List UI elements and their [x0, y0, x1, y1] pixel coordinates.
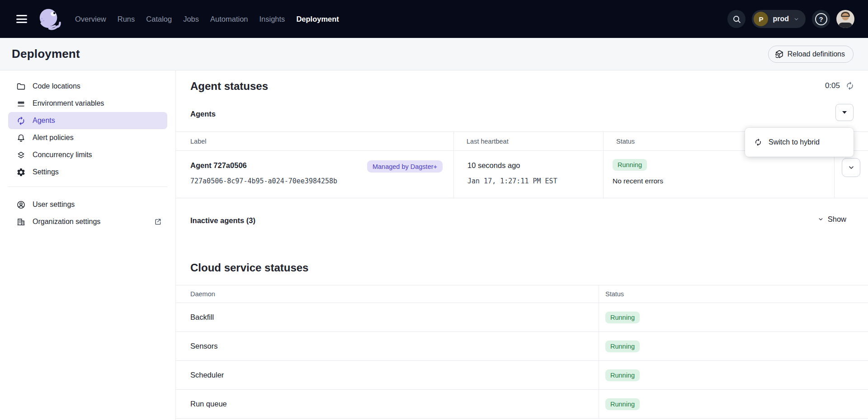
hamburger-menu-icon[interactable] — [16, 15, 27, 23]
daemon-status-cell: Running — [599, 390, 868, 418]
status-detail: No recent errors — [613, 177, 663, 185]
refresh-icon[interactable] — [845, 81, 854, 90]
sidebar-item-organization-settings[interactable]: Organization settings — [8, 213, 167, 230]
agent-status-cell: Running No recent errors — [604, 151, 835, 198]
status-badge: Running — [605, 312, 640, 323]
inactive-agents-heading: Inactive agents (3) — [190, 216, 255, 225]
nav-item-insights[interactable]: Insights — [259, 15, 285, 23]
agent-icon — [16, 116, 26, 126]
cloud-table-header: Daemon Status — [176, 285, 868, 303]
caret-down-icon — [842, 111, 847, 114]
help-button[interactable]: ? — [812, 10, 830, 28]
sidebar-item-label: Environment variables — [33, 99, 104, 107]
chevron-down-icon — [818, 216, 824, 222]
column-header-daemon: Daemon — [176, 285, 599, 303]
nav-item-overview[interactable]: Overview — [75, 15, 106, 23]
heartbeat-relative: 10 seconds ago — [467, 160, 594, 170]
search-button[interactable] — [727, 10, 745, 28]
reload-definitions-label: Reload definitions — [788, 50, 845, 58]
sidebar-primary-list: Code locationsEnvironment variablesAgent… — [0, 78, 175, 181]
sidebar-item-settings[interactable]: Settings — [8, 163, 167, 181]
column-header-status: Status — [599, 285, 868, 303]
agent-name: Agent 727a0506 — [190, 160, 337, 170]
inactive-agents-show-toggle[interactable]: Show — [818, 215, 846, 224]
cloud-service-row-run-queue: Run queueRunning — [176, 390, 868, 419]
sidebar-divider — [8, 187, 167, 187]
cloud-service-row-sensors: SensorsRunning — [176, 332, 868, 361]
sidebar-item-user-settings[interactable]: User settings — [8, 196, 167, 213]
agent-row-expand-button[interactable] — [842, 158, 860, 177]
sidebar-item-label: Code locations — [33, 82, 80, 90]
sidebar-item-agents[interactable]: Agents — [8, 112, 167, 129]
gear-icon — [16, 168, 26, 177]
refresh-countdown: 0:05 — [825, 81, 840, 90]
sidebar-secondary-list: User settingsOrganization settings — [0, 196, 175, 230]
chevron-down-icon — [848, 164, 855, 171]
cloud-service-statuses-title: Cloud service statuses — [190, 260, 308, 275]
chevron-down-icon — [793, 16, 799, 22]
status-badge: Running — [605, 369, 640, 381]
help-icon: ? — [815, 13, 827, 25]
nav-item-catalog[interactable]: Catalog — [146, 15, 172, 23]
deployment-switcher[interactable]: P prod — [752, 10, 806, 28]
agents-options-menu: Switch to hybrid — [745, 128, 854, 157]
status-badge: Running — [605, 398, 640, 410]
page-title: Deployment — [12, 47, 80, 61]
sidebar-item-label: Agents — [33, 117, 55, 125]
daemon-status-cell: Running — [599, 303, 868, 331]
layers-icon — [16, 150, 26, 160]
cloud-service-row-scheduler: SchedulerRunning — [176, 361, 868, 390]
agents-options-dropdown-button[interactable] — [835, 104, 854, 121]
sidebar-item-label: Alert policies — [33, 134, 74, 142]
agent-heartbeat-cell: 10 seconds ago Jan 17, 1:27:11 PM EST — [454, 151, 604, 198]
menu-item-switch-to-hybrid[interactable]: Switch to hybrid — [745, 131, 854, 153]
user-icon — [16, 200, 26, 210]
sidebar-item-concurrency-limits[interactable]: Concurrency limits — [8, 146, 167, 163]
dagster-logo[interactable] — [37, 6, 61, 32]
nav-item-automation[interactable]: Automation — [210, 15, 248, 23]
sidebar-item-environment-variables[interactable]: Environment variables — [8, 95, 167, 112]
nav-item-runs[interactable]: Runs — [118, 15, 135, 23]
agent-id: 727a0506-8c97-4b95-a024-70ee3984258b — [190, 177, 337, 185]
status-badge: Running — [613, 159, 647, 171]
daemon-name: Scheduler — [176, 361, 599, 389]
main-panel: Agent statuses 0:05 Agents Label Last he… — [176, 70, 868, 420]
sidebar-item-label: Concurrency limits — [33, 151, 92, 159]
nav-item-jobs[interactable]: Jobs — [183, 15, 199, 23]
bell-icon — [16, 133, 26, 143]
settings-sidebar: Code locationsEnvironment variablesAgent… — [0, 70, 176, 420]
external-link-icon — [154, 218, 162, 226]
sidebar-item-label: User settings — [33, 201, 75, 209]
agent-icon — [754, 138, 762, 146]
nav-right-cluster: P prod ? — [727, 10, 854, 28]
cloud-table-body: BackfillRunningSensorsRunningSchedulerRu… — [176, 303, 868, 419]
cloud-services-table: Daemon Status BackfillRunningSensorsRunn… — [176, 285, 868, 419]
app-root: OverviewRunsCatalogJobsAutomationInsight… — [0, 0, 868, 420]
content: Code locationsEnvironment variablesAgent… — [0, 70, 868, 420]
variables-icon — [16, 99, 26, 108]
sidebar-item-code-locations[interactable]: Code locations — [8, 78, 167, 95]
agent-label-cell: Agent 727a0506 727a0506-8c97-4b95-a024-7… — [176, 151, 454, 198]
cloud-service-row-backfill: BackfillRunning — [176, 303, 868, 332]
deployment-name: prod — [773, 15, 789, 23]
sidebar-item-label: Settings — [33, 168, 59, 176]
page-header: Deployment Reload definitions — [0, 38, 868, 70]
menu-item-label: Switch to hybrid — [769, 138, 820, 146]
daemon-name: Run queue — [176, 390, 599, 418]
sidebar-item-alert-policies[interactable]: Alert policies — [8, 129, 167, 146]
heartbeat-timestamp: Jan 17, 1:27:11 PM EST — [467, 177, 594, 185]
agent-row: Agent 727a0506 727a0506-8c97-4b95-a024-7… — [176, 151, 868, 198]
reload-definitions-icon — [775, 50, 784, 59]
status-badge: Running — [605, 341, 640, 352]
refresh-countdown-wrap: 0:05 — [825, 81, 854, 90]
search-icon — [732, 14, 741, 24]
user-avatar[interactable] — [836, 10, 854, 28]
column-header-label: Label — [176, 132, 454, 150]
deployment-initial-avatar: P — [754, 12, 768, 26]
nav-item-deployment[interactable]: Deployment — [296, 15, 339, 23]
daemon-name: Sensors — [176, 332, 599, 360]
nav-links: OverviewRunsCatalogJobsAutomationInsight… — [75, 15, 339, 23]
reload-definitions-button[interactable]: Reload definitions — [768, 46, 854, 63]
top-nav: OverviewRunsCatalogJobsAutomationInsight… — [0, 0, 868, 38]
daemon-status-cell: Running — [599, 361, 868, 389]
